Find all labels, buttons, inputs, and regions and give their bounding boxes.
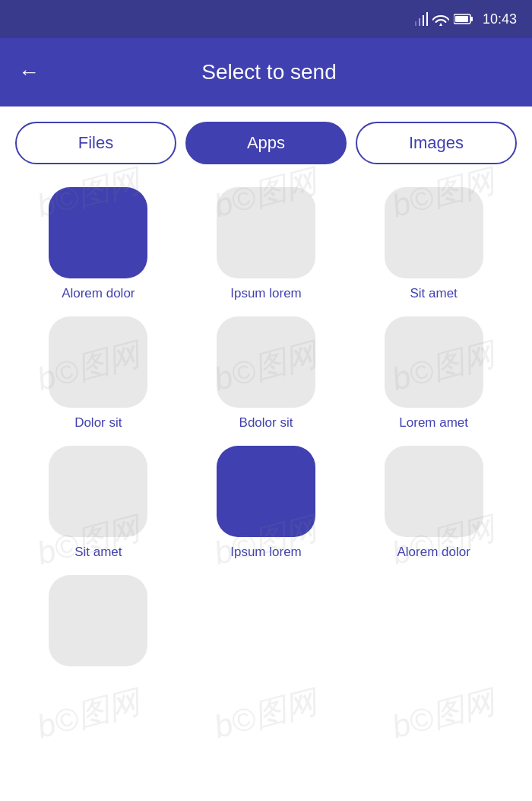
app-item-1[interactable]: Alorem dolor	[18, 187, 179, 301]
status-icons: 10:43	[413, 11, 517, 27]
app-bar: ← Select to send	[0, 38, 532, 106]
app-icon-4	[49, 316, 147, 408]
tab-files[interactable]: Files	[15, 122, 176, 164]
battery-icon	[454, 13, 473, 25]
app-item-9[interactable]: Alorem dolor	[353, 446, 514, 560]
status-time: 10:43	[483, 11, 517, 27]
app-label-7: Sit amet	[74, 545, 122, 560]
app-label-5: Bdolor sit	[239, 415, 293, 431]
app-item-2[interactable]: Ipsum lorem	[186, 187, 347, 301]
app-icon-9	[385, 446, 483, 537]
app-label-1: Alorem dolor	[62, 286, 135, 301]
app-item-6[interactable]: Lorem amet	[353, 316, 514, 431]
app-item-5[interactable]: Bdolor sit	[186, 316, 347, 431]
app-label-2: Ipsum lorem	[230, 286, 302, 301]
svg-rect-6	[455, 16, 468, 22]
app-item-7[interactable]: Sit amet	[18, 446, 179, 560]
svg-rect-5	[470, 17, 473, 21]
app-item-3[interactable]: Sit amet	[353, 187, 514, 301]
svg-marker-2	[419, 18, 420, 26]
svg-marker-1	[423, 15, 424, 26]
app-icon-1	[49, 187, 147, 278]
app-icon-2	[217, 187, 315, 278]
app-icon-10	[49, 575, 147, 666]
app-label-6: Lorem amet	[399, 415, 468, 431]
app-icon-7	[49, 446, 147, 537]
tab-apps[interactable]: Apps	[185, 122, 347, 164]
app-icon-8	[217, 446, 315, 537]
app-label-8: Ipsum lorem	[230, 545, 302, 560]
svg-marker-3	[415, 21, 416, 26]
app-icon-5	[217, 316, 315, 408]
back-button[interactable]: ←	[18, 60, 40, 84]
app-icon-3	[385, 187, 483, 278]
app-label-9: Alorem dolor	[397, 545, 470, 560]
app-bar-title: Select to send	[55, 60, 483, 84]
tab-images[interactable]: Images	[356, 122, 517, 164]
svg-marker-0	[426, 12, 428, 26]
app-label-3: Sit amet	[410, 286, 457, 301]
app-icon-6	[385, 316, 483, 408]
wifi-icon	[432, 12, 449, 26]
app-grid: Alorem dolor Ipsum lorem Sit amet Dolor …	[0, 172, 532, 689]
app-item-4[interactable]: Dolor sit	[18, 316, 179, 431]
app-item-8[interactable]: Ipsum lorem	[186, 446, 347, 560]
app-item-10[interactable]	[18, 575, 179, 674]
status-bar: 10:43	[0, 0, 532, 38]
tab-bar: Files Apps Images	[0, 106, 532, 172]
app-label-4: Dolor sit	[74, 415, 122, 431]
signal-icon	[413, 12, 428, 26]
